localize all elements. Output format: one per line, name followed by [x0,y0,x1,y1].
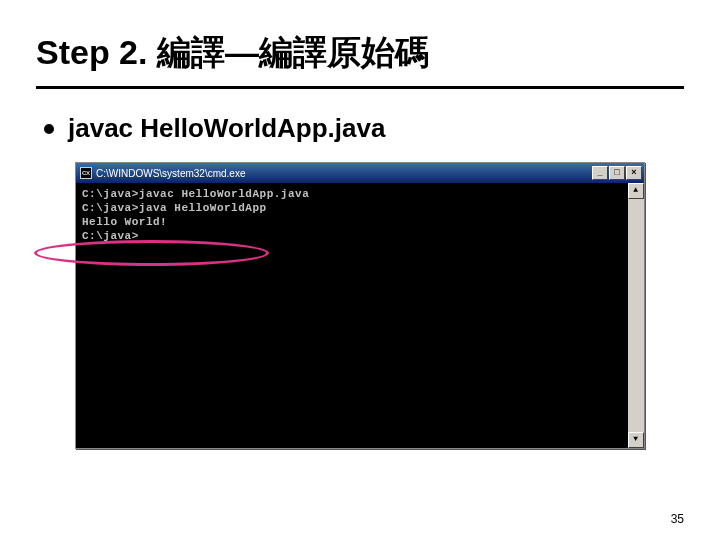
scrollbar[interactable]: ▲ ▼ [628,183,644,448]
cmd-line: C:\java>javac HelloWorldApp.java [82,187,622,201]
cmd-window: cx C:\WINDOWS\system32\cmd.exe _ □ × C:\… [75,162,645,449]
cmd-line: C:\java> [82,229,622,243]
minimize-button[interactable]: _ [592,166,608,180]
maximize-button[interactable]: □ [609,166,625,180]
bullet-item: javac HelloWorldApp.java [36,113,684,144]
scroll-down-icon[interactable]: ▼ [628,432,644,448]
cmd-line: C:\java>java HelloWorldApp [82,201,622,215]
cmd-app-icon: cx [80,167,92,179]
page-number: 35 [671,512,684,526]
cmd-body[interactable]: C:\java>javac HelloWorldApp.java C:\java… [76,183,644,448]
bullet-dot-icon [44,124,54,134]
bullet-text: javac HelloWorldApp.java [68,113,385,144]
cmd-line: Hello World! [82,215,622,229]
cmd-window-title: C:\WINDOWS\system32\cmd.exe [96,168,245,179]
slide-title: Step 2. 編譯—編譯原始碼 [36,30,684,89]
cmd-titlebar[interactable]: cx C:\WINDOWS\system32\cmd.exe _ □ × [76,163,644,183]
scroll-up-icon[interactable]: ▲ [628,183,644,199]
close-button[interactable]: × [626,166,642,180]
